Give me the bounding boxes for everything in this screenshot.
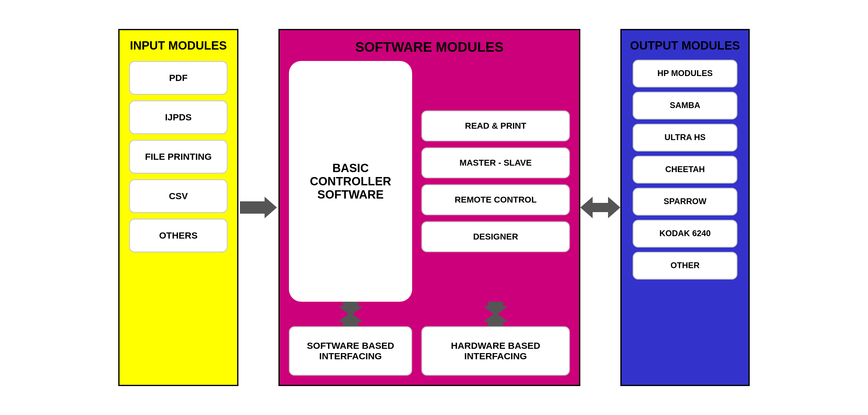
main-diagram: INPUT MODULES PDF IJPDS FILE PRINTING CS… bbox=[18, 10, 850, 405]
output-item-cheetah: CHEETAH bbox=[633, 156, 737, 184]
software-to-output-arrow bbox=[580, 195, 620, 220]
software-right-boxes: READ & PRINT MASTER - SLAVE REMOTE CONTR… bbox=[422, 61, 570, 302]
svg-marker-2 bbox=[338, 313, 363, 326]
software-item-read-print: READ & PRINT bbox=[422, 110, 570, 141]
svg-marker-5 bbox=[580, 197, 620, 218]
software-content: BASICCONTROLLERSOFTWARE READ & PRINT MAS… bbox=[289, 61, 570, 376]
basic-controller-label: BASICCONTROLLERSOFTWARE bbox=[310, 162, 391, 201]
input-item-pdf: PDF bbox=[129, 61, 228, 95]
output-item-sparrow: SPARROW bbox=[633, 188, 737, 216]
input-item-csv: CSV bbox=[129, 179, 228, 213]
software-top-row: BASICCONTROLLERSOFTWARE READ & PRINT MAS… bbox=[289, 61, 570, 302]
output-item-other: OTHER bbox=[633, 252, 737, 280]
output-item-ultra-hs: ULTRA HS bbox=[633, 124, 737, 152]
input-item-ijpds: IJPDS bbox=[129, 100, 228, 134]
vertical-arrows-row bbox=[289, 302, 570, 326]
software-item-master-slave: MASTER - SLAVE bbox=[422, 148, 570, 178]
software-modules-panel: SOFTWARE MODULES BASICCONTROLLERSOFTWARE… bbox=[278, 29, 580, 386]
software-item-designer: DESIGNER bbox=[422, 221, 570, 252]
software-interfacing-label: SOFTWARE BASEDINTERFACING bbox=[307, 341, 394, 361]
bottom-boxes-row: SOFTWARE BASEDINTERFACING HARDWARE BASED… bbox=[289, 326, 570, 376]
software-modules-title: SOFTWARE MODULES bbox=[355, 39, 504, 55]
right-vertical-arrow bbox=[422, 302, 570, 326]
basic-controller-box: BASICCONTROLLERSOFTWARE bbox=[289, 61, 412, 302]
input-to-software-arrow bbox=[239, 195, 278, 220]
output-item-samba: SAMBA bbox=[633, 92, 737, 120]
input-item-others: OTHERS bbox=[129, 219, 228, 252]
input-modules-panel: INPUT MODULES PDF IJPDS FILE PRINTING CS… bbox=[118, 29, 239, 386]
software-item-remote-control: REMOTE CONTROL bbox=[422, 184, 570, 215]
output-modules-panel: OUTPUT MODULES HP MODULES SAMBA ULTRA HS… bbox=[620, 29, 750, 386]
output-modules-title: OUTPUT MODULES bbox=[630, 39, 740, 52]
left-vertical-arrow bbox=[289, 302, 412, 326]
software-interfacing-box: SOFTWARE BASEDINTERFACING bbox=[289, 326, 412, 376]
svg-marker-4 bbox=[483, 313, 508, 326]
hardware-interfacing-box: HARDWARE BASEDINTERFACING bbox=[422, 326, 570, 376]
input-item-file-printing: FILE PRINTING bbox=[129, 140, 228, 173]
output-item-kodak: KODAK 6240 bbox=[633, 220, 737, 248]
input-modules-title: INPUT MODULES bbox=[130, 39, 227, 52]
output-item-hp-modules: HP MODULES bbox=[633, 60, 737, 88]
svg-marker-0 bbox=[240, 197, 277, 218]
hardware-interfacing-label: HARDWARE BASEDINTERFACING bbox=[451, 341, 540, 361]
